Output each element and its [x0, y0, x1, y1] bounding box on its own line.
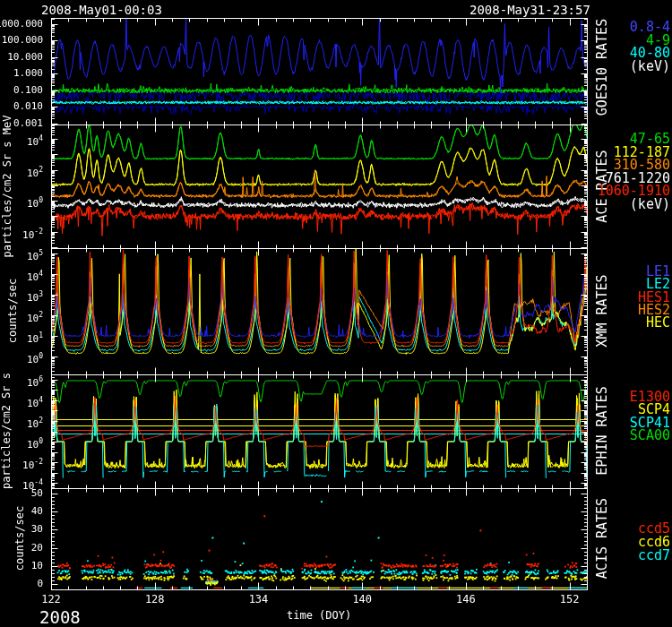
y-tick-label: 102	[0, 415, 43, 427]
legend--kev-: (keV)	[570, 198, 670, 211]
x-tick-label: 146	[446, 593, 486, 606]
y-tick-label: 0.001	[0, 117, 43, 130]
start-time-title: 2008-May01-00:03	[41, 3, 162, 17]
x-tick-label: 128	[135, 593, 175, 606]
x-tick-label: 134	[238, 593, 278, 606]
y-tick-label: 104	[0, 133, 43, 145]
y-tick-label: 10	[0, 560, 43, 572]
y-tick-label: 0.010	[0, 100, 43, 113]
y-tick-label: 102	[0, 164, 43, 176]
legend-ccd7: ccd7	[570, 549, 670, 563]
y-tick-label: 101	[0, 330, 43, 342]
x-tick-label: 122	[31, 593, 71, 606]
end-time-title: 2008-May31-23:57	[470, 3, 590, 17]
year-label: 2008	[39, 607, 81, 627]
legend-sca00: SCA00	[570, 429, 670, 442]
y-tick-label: 103	[0, 288, 43, 301]
y-tick-label: 100	[0, 194, 43, 207]
y-tick-label: 10.000	[0, 51, 43, 64]
y-tick-label: 104	[0, 268, 43, 280]
y-tick-label: 50	[0, 487, 43, 500]
x-tick-label: 140	[342, 593, 382, 606]
x-axis-label: time (DOY)	[287, 609, 351, 622]
x-tick-label: 152	[550, 593, 590, 606]
y-tick-label: 10-2	[0, 226, 43, 238]
y-tick-label: 20	[0, 542, 43, 554]
y-tick-label: 1.000	[0, 67, 43, 80]
y-tick-label: 102	[0, 309, 43, 322]
y-tick-label: 0	[0, 578, 43, 590]
y-tick-label: 40	[0, 505, 43, 518]
radiation-environment-plot: 2008-May01-00:03 2008-May31-23:57 GOES10…	[0, 0, 672, 627]
legend--kev-: (keV)	[570, 60, 670, 73]
y-tick-label: 10-2	[0, 456, 43, 468]
y-tick-label: 104	[0, 394, 43, 407]
y-tick-label: 106	[0, 374, 43, 386]
acis-y-axis-label: counts/sec	[13, 449, 26, 627]
y-tick-label: 30	[0, 523, 43, 536]
y-tick-label: 1000.000	[0, 18, 43, 30]
y-tick-label: 0.100	[0, 84, 43, 97]
y-tick-label: 105	[0, 247, 43, 260]
y-tick-label: 100	[0, 435, 43, 448]
legend-hec: HEC	[570, 316, 670, 330]
y-tick-label: 100.000	[0, 34, 43, 47]
y-tick-label: 100	[0, 350, 43, 363]
